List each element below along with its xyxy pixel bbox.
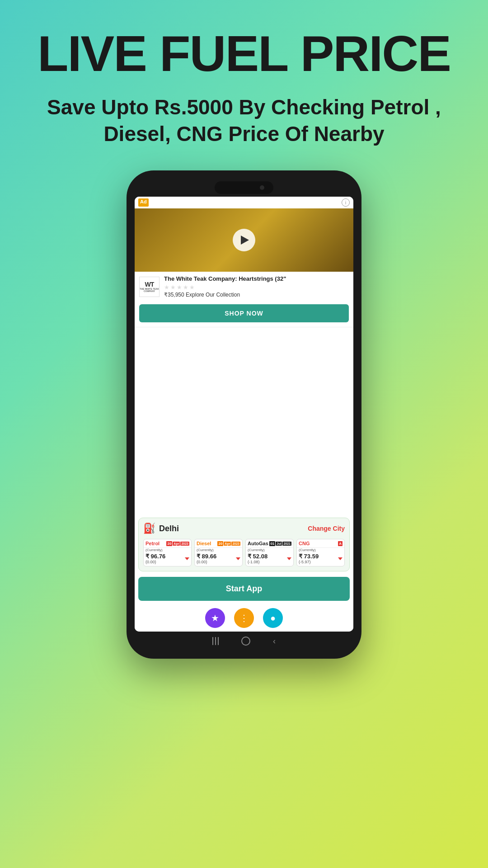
favorite-button[interactable]: ★ — [205, 608, 225, 628]
info-icon: ● — [270, 613, 276, 623]
fuel-petrol-day: 20 — [166, 541, 172, 546]
fuel-petrol-label: Petrol — [145, 541, 160, 546]
ad-video-thumbnail[interactable] — [135, 208, 353, 272]
fuel-diesel-arrow-icon — [236, 557, 240, 560]
fuel-autogas-year: 2021 — [282, 542, 291, 546]
fuel-cng-header: CNG A — [297, 539, 344, 548]
nav-line-3 — [218, 637, 219, 645]
start-app-button[interactable]: Start App — [138, 577, 350, 601]
fuel-petrol-arrow-icon — [185, 557, 189, 560]
change-city-button[interactable]: Change City — [308, 525, 345, 532]
fuel-diesel-date: 20 Apr 2023 — [217, 541, 240, 546]
fuel-petrol-change: (0.00) — [145, 560, 165, 564]
fuel-cng-change: (-5.97) — [299, 560, 319, 564]
back-icon[interactable]: ‹ — [273, 637, 276, 646]
play-icon — [241, 236, 249, 245]
fuel-petrol-currently: (Currently) — [144, 548, 191, 552]
ad-banner: Ad i WT THE WHITE TEAK COMPANY The White… — [135, 197, 353, 327]
fuel-item-petrol: Petrol 20 Apr 2023 (Currently) ₹ 96.76 — [143, 539, 192, 566]
fuel-autogas-currently: (Currently) — [246, 548, 293, 552]
fuel-autogas-change: (-1.08) — [248, 560, 267, 564]
ad-label: Ad — [138, 198, 149, 207]
ad-content: WT THE WHITE TEAK COMPANY The White Teak… — [135, 272, 353, 302]
phone-nav-bar: ‹ — [135, 632, 353, 651]
fuel-autogas-price: ₹ 52.08 — [248, 553, 267, 560]
fuel-diesel-year: 2023 — [231, 542, 240, 546]
fuel-autogas-date: 01 Jul 2021 — [269, 541, 291, 546]
home-icon[interactable] — [241, 637, 250, 646]
menu-icon — [212, 637, 219, 645]
city-name: Delhi — [159, 524, 179, 533]
fuel-diesel-change: (0.00) — [197, 560, 216, 564]
fuel-price-card: ⛽ Delhi Change City Petrol 20 Apr 2 — [138, 518, 350, 571]
fuel-city-left: ⛽ Delhi — [143, 523, 179, 534]
fuel-petrol-month: Apr — [173, 542, 180, 546]
ad-logo-wt: WT — [145, 281, 154, 288]
phone-screen: Ad i WT THE WHITE TEAK COMPANY The White… — [135, 197, 353, 632]
fuel-autogas-month: Jul — [276, 542, 282, 546]
fuel-petrol-price-row: ₹ 96.76 (0.00) — [144, 552, 191, 566]
fuel-city-header: ⛽ Delhi Change City — [143, 523, 345, 534]
nav-line-1 — [212, 637, 213, 645]
phone-notch-bar — [135, 179, 353, 197]
fuel-diesel-price: ₹ 89.66 — [197, 553, 216, 560]
ad-logo: WT THE WHITE TEAK COMPANY — [139, 277, 160, 297]
fuel-pump-icon: ⛽ — [143, 523, 155, 534]
share-button[interactable]: ⋮ — [234, 608, 254, 628]
fuel-autogas-header: AutoGas 01 Jul 2021 — [246, 539, 293, 548]
ad-text-area: The White Teak Company: Heartstrings (32… — [164, 275, 349, 298]
fuel-cng-price: ₹ 73.59 — [299, 553, 319, 560]
fuel-autogas-arrow-icon — [287, 557, 291, 560]
fuel-autogas-label: AutoGas — [248, 541, 268, 546]
fuel-petrol-date: 20 Apr 2023 — [166, 541, 189, 546]
ad-spacer — [135, 327, 353, 514]
fuel-diesel-month: Apr — [224, 542, 231, 546]
ad-product-name: The White Teak Company: Heartstrings (32… — [164, 275, 349, 283]
fuel-petrol-header: Petrol 20 Apr 2023 — [144, 539, 191, 548]
fuel-petrol-price: ₹ 96.76 — [145, 553, 165, 560]
subtitle: Save Upto Rs.5000 By Checking Petrol , D… — [41, 94, 447, 148]
fuel-item-diesel: Diesel 20 Apr 2023 (Currently) ₹ 89.66 — [194, 539, 243, 566]
fuel-cng-day: A — [338, 541, 343, 546]
main-title: LIVE FUEL PRICE — [38, 27, 450, 80]
fuel-diesel-day: 20 — [217, 541, 223, 546]
fuel-cng-date: A — [338, 541, 343, 546]
fuel-autogas-price-row: ₹ 52.08 (-1.08) — [246, 552, 293, 566]
ad-logo-subtitle: THE WHITE TEAK COMPANY — [140, 288, 159, 293]
star-icon: ★ — [211, 613, 219, 623]
play-button[interactable] — [233, 229, 255, 251]
ad-close-icon[interactable]: i — [342, 198, 350, 207]
ad-top-bar: Ad i — [135, 197, 353, 208]
info-button[interactable]: ● — [263, 608, 283, 628]
phone-notch — [215, 181, 273, 194]
ad-price-explore: ₹35,950 Explore Our Collection — [164, 292, 349, 298]
fuel-diesel-label: Diesel — [197, 541, 211, 546]
bottom-icons: ★ ⋮ ● — [135, 604, 353, 632]
share-icon: ⋮ — [239, 613, 249, 623]
fuel-autogas-day: 01 — [269, 541, 275, 546]
fuel-petrol-year: 2023 — [180, 542, 189, 546]
fuel-cng-currently: (Currently) — [297, 548, 344, 552]
ad-stars: ★★★★★ — [164, 284, 349, 291]
shop-now-button[interactable]: SHOP NOW — [139, 304, 349, 322]
fuel-diesel-price-row: ₹ 89.66 (0.00) — [195, 552, 242, 566]
fuel-cng-arrow-icon — [338, 557, 343, 560]
fuel-cng-label: CNG — [299, 541, 310, 546]
fuel-diesel-header: Diesel 20 Apr 2023 — [195, 539, 242, 548]
fuel-cng-price-row: ₹ 73.59 (-5.97) — [297, 552, 344, 566]
nav-line-2 — [215, 637, 216, 645]
page-container: LIVE FUEL PRICE Save Upto Rs.5000 By Che… — [0, 0, 488, 868]
phone-mockup: Ad i WT THE WHITE TEAK COMPANY The White… — [127, 170, 361, 659]
fuel-item-cng: CNG A (Currently) ₹ 73.59 (-5.97) — [296, 539, 345, 566]
fuel-items-row: Petrol 20 Apr 2023 (Currently) ₹ 96.76 — [143, 539, 345, 566]
fuel-item-autogas: AutoGas 01 Jul 2021 (Currently) ₹ 52.08 — [245, 539, 294, 566]
fuel-diesel-currently: (Currently) — [195, 548, 242, 552]
